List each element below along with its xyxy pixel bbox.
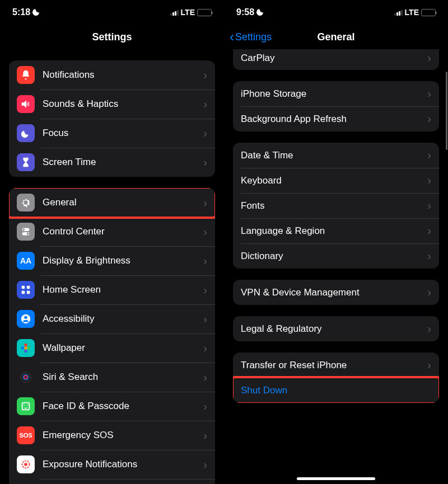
chevron-left-icon: ‹ <box>230 29 234 45</box>
chevron-right-icon: › <box>203 196 207 209</box>
row-battery[interactable]: Battery› <box>9 479 215 484</box>
row-display[interactable]: AADisplay & Brightness› <box>9 246 215 275</box>
row-screentime[interactable]: Screen Time› <box>9 148 215 177</box>
row-label: Exposure Notifications <box>43 459 203 470</box>
chevron-right-icon: › <box>427 174 431 187</box>
row-legal[interactable]: Legal & Regulatory› <box>233 316 439 341</box>
scrollbar[interactable] <box>446 72 447 150</box>
row-exposure[interactable]: Exposure Notifications› <box>9 450 215 479</box>
signal-icon <box>394 9 403 16</box>
chevron-right-icon: › <box>427 51 431 64</box>
svg-rect-5 <box>27 286 30 289</box>
row-storage[interactable]: iPhone Storage› <box>233 81 439 106</box>
row-label: Focus <box>43 128 203 139</box>
general-group-5: Transfer or Reset iPhone›Shut Down <box>233 353 439 403</box>
home-indicator[interactable] <box>297 477 375 480</box>
network-label: LTE <box>181 8 195 17</box>
general-screen: 9:58 LTE ‹ Settings General CarPlay› iPh… <box>224 0 448 484</box>
chevron-right-icon: › <box>203 127 207 140</box>
hourglass-icon <box>17 153 35 171</box>
row-keyboard[interactable]: Keyboard› <box>233 168 439 193</box>
chevron-right-icon: › <box>427 250 431 262</box>
chevron-right-icon: › <box>427 149 431 162</box>
settings-group-2: General›Control Center›AADisplay & Brigh… <box>9 188 215 484</box>
chevron-right-icon: › <box>203 225 207 238</box>
general-group-0: CarPlay› <box>233 49 439 70</box>
chevron-right-icon: › <box>203 429 207 442</box>
svg-point-9 <box>24 316 27 319</box>
row-label: Screen Time <box>43 157 203 168</box>
moon-icon <box>256 7 265 18</box>
status-bar: 5:18 LTE <box>0 0 224 25</box>
general-group-4: Legal & Regulatory› <box>233 316 439 341</box>
row-label: Transfer or Reset iPhone <box>241 360 427 371</box>
settings-screen: 5:18 LTE Settings Notifications›Sounds &… <box>0 0 224 484</box>
chevron-right-icon: › <box>203 400 207 413</box>
row-label: Accessibility <box>43 313 203 325</box>
svg-rect-7 <box>27 291 30 294</box>
row-controlcenter[interactable]: Control Center› <box>9 217 215 246</box>
battery-icon <box>421 9 436 16</box>
row-sounds[interactable]: Sounds & Haptics› <box>9 90 215 119</box>
svg-point-15 <box>21 372 31 382</box>
moon-icon <box>17 124 35 142</box>
row-label: Legal & Regulatory <box>241 323 427 335</box>
row-focus[interactable]: Focus› <box>9 119 215 148</box>
row-carplay[interactable]: CarPlay› <box>233 49 439 70</box>
row-label: iPhone Storage <box>241 88 427 100</box>
row-siri[interactable]: Siri & Search› <box>9 363 215 392</box>
row-general[interactable]: General› <box>9 188 215 217</box>
svg-rect-18 <box>22 403 30 410</box>
AA-icon: AA <box>17 252 35 270</box>
nav-title: General <box>317 31 354 43</box>
row-label: Emergency SOS <box>43 430 203 441</box>
row-label: Wallpaper <box>43 342 203 354</box>
row-bgrefresh[interactable]: Background App Refresh› <box>233 106 439 131</box>
row-label: Display & Brightness <box>43 255 203 266</box>
status-bar: 9:58 LTE <box>224 0 448 25</box>
speaker-icon <box>17 95 35 113</box>
moon-icon <box>32 7 41 18</box>
svg-point-12 <box>24 350 27 353</box>
general-group-1: iPhone Storage›Background App Refresh› <box>233 81 439 131</box>
row-datetime[interactable]: Date & Time› <box>233 143 439 168</box>
signal-icon <box>170 9 179 16</box>
chevron-right-icon: › <box>203 255 207 267</box>
network-label: LTE <box>405 8 419 17</box>
chevron-right-icon: › <box>427 322 431 335</box>
chevron-right-icon: › <box>203 98 207 111</box>
row-vpn[interactable]: VPN & Device Management› <box>233 280 439 305</box>
row-notifications[interactable]: Notifications› <box>9 60 215 90</box>
chevron-right-icon: › <box>203 342 207 355</box>
row-label: Language & Region <box>241 225 427 237</box>
row-label: Dictionary <box>241 251 427 262</box>
svg-point-11 <box>24 344 27 347</box>
exposure-icon <box>17 455 35 473</box>
row-accessibility[interactable]: Accessibility› <box>9 304 215 333</box>
row-dictionary[interactable]: Dictionary› <box>233 243 439 269</box>
row-wallpaper[interactable]: Wallpaper› <box>9 333 215 363</box>
back-button[interactable]: ‹ Settings <box>230 29 272 45</box>
battery-icon <box>197 9 212 16</box>
svg-rect-4 <box>22 286 25 289</box>
person-icon <box>17 310 35 328</box>
chevron-right-icon: › <box>427 199 431 212</box>
row-transfer[interactable]: Transfer or Reset iPhone› <box>233 353 439 378</box>
row-faceid[interactable]: Face ID & Passcode› <box>9 392 215 421</box>
svg-point-19 <box>24 405 25 406</box>
row-fonts[interactable]: Fonts› <box>233 193 439 218</box>
svg-point-3 <box>27 233 29 235</box>
row-language[interactable]: Language & Region› <box>233 218 439 243</box>
chevron-right-icon: › <box>427 224 431 237</box>
back-label: Settings <box>235 31 272 43</box>
row-homescreen[interactable]: Home Screen› <box>9 275 215 304</box>
grid-icon <box>17 281 35 299</box>
gear-icon <box>17 194 35 212</box>
status-time: 5:18 <box>12 7 30 17</box>
row-shutdown[interactable]: Shut Down <box>233 378 439 403</box>
general-group-2: Date & Time›Keyboard›Fonts›Language & Re… <box>233 143 439 269</box>
chevron-right-icon: › <box>203 371 207 384</box>
row-sos[interactable]: SOSEmergency SOS› <box>9 421 215 450</box>
chevron-right-icon: › <box>427 112 431 125</box>
chevron-right-icon: › <box>203 69 207 82</box>
